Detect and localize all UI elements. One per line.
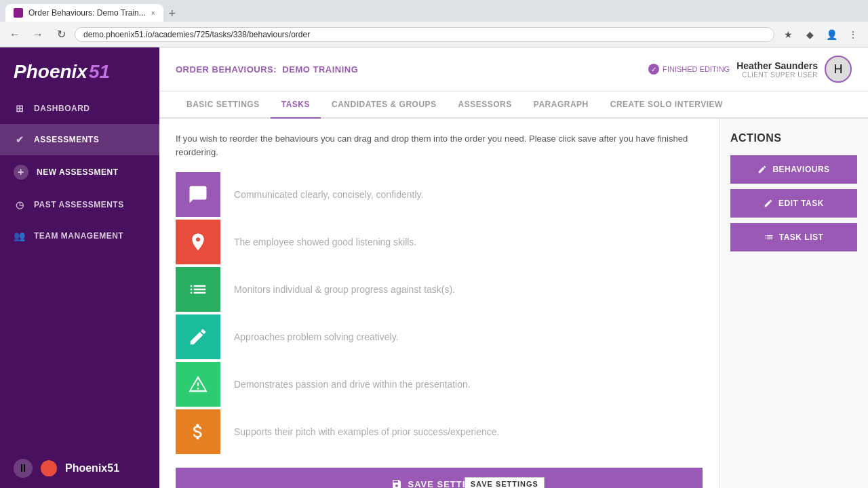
tab-assessors[interactable]: ASSESSORS [448, 92, 523, 119]
tab-create-solo-interview[interactable]: CREATE SOLO INTERVIEW [599, 92, 734, 119]
behaviour-item[interactable]: Supports their pitch with examples of pr… [176, 409, 703, 454]
behaviour-icon-list [176, 267, 220, 312]
record-button[interactable] [41, 460, 57, 476]
avatar-initials: H [834, 62, 843, 77]
behaviour-icon-chat [176, 172, 220, 217]
behaviour-icon-money [176, 409, 220, 454]
logo-51: 51 [89, 61, 110, 83]
behaviour-text-6: Supports their pitch with examples of pr… [220, 426, 513, 437]
tab-paragraph[interactable]: PARAGRAPH [523, 92, 599, 119]
behaviour-icon-pin [176, 220, 220, 264]
finished-editing-label[interactable]: FINISHED EDITING [648, 64, 730, 75]
user-info: FINISHED EDITING Heather Saunders CLIENT… [648, 56, 852, 83]
behaviour-item[interactable]: Approaches problem solving creatively. [176, 314, 703, 359]
plus-icon: + [14, 165, 28, 180]
user-full-name: Heather Saunders [736, 60, 818, 71]
behaviour-list: Communicated clearly, concisely, confide… [176, 172, 703, 454]
behaviour-text-4: Approaches problem solving creatively. [220, 331, 412, 342]
sidebar-item-team-management[interactable]: 👥 TEAM MANAGEMENT [0, 220, 159, 251]
extension-button[interactable]: ◆ [800, 25, 819, 44]
clock-icon: ◷ [14, 199, 26, 211]
main-header: ORDER BEHAVIOURS: DEMO TRAINING FINISHED… [159, 47, 868, 92]
main-content-area: ORDER BEHAVIOURS: DEMO TRAINING FINISHED… [159, 47, 868, 488]
user-name-block: Heather Saunders CLIENT SUPER USER [736, 60, 818, 79]
sidebar-item-assessments-label: ASSESSMENTS [34, 135, 99, 144]
save-tooltip: Save Settings [465, 477, 545, 488]
tab-basic-settings[interactable]: BASIC SETTINGS [176, 92, 271, 119]
user-role: CLIENT SUPER USER [736, 71, 818, 79]
sidebar-navigation: ⊞ DASHBOARD ✔ ASSESSMENTS + NEW ASSESSME… [0, 93, 159, 449]
sidebar-bottom-logo: Phoenix51 [65, 462, 119, 474]
tab-bar: BASIC SETTINGS TASKS CANDIDATES & GROUPS… [159, 92, 868, 119]
behaviour-text-1: Communicated clearly, concisely, confide… [220, 189, 437, 200]
task-list-button-label: TASK LIST [779, 232, 824, 242]
active-tab[interactable]: Order Behaviours: Demo Train... × [5, 4, 163, 22]
behaviour-text-3: Monitors individual & group progress aga… [220, 284, 469, 295]
behaviour-item[interactable]: Demonstrates passion and drive within th… [176, 362, 703, 407]
edit-task-button-label: EDIT TASK [778, 199, 824, 208]
tab-favicon [14, 8, 23, 18]
sidebar-item-new-assessment-label: NEW ASSESSMENT [37, 167, 119, 177]
behaviour-item[interactable]: The employee showed good listening skill… [176, 220, 703, 264]
sidebar-item-new-assessment[interactable]: + NEW ASSESSMENT [0, 155, 159, 189]
bookmark-button[interactable]: ★ [778, 25, 797, 44]
behaviours-button-label: BEHAVIOURS [772, 165, 829, 174]
main-content: If you wish to reorder the behaviours yo… [159, 119, 719, 488]
sidebar-item-past-assessments-label: PAST ASSESSMENTS [34, 200, 124, 209]
behaviour-icon-pencil [176, 314, 220, 359]
profile-button[interactable]: 👤 [822, 25, 841, 44]
behaviour-text-5: Demonstrates passion and drive within th… [220, 379, 484, 390]
behaviour-text-2: The employee showed good listening skill… [220, 237, 430, 247]
breadcrumb: ORDER BEHAVIOURS: DEMO TRAINING [176, 64, 358, 75]
tab-tasks[interactable]: TASKS [271, 92, 321, 119]
tab-close-button[interactable]: × [151, 9, 155, 17]
breadcrumb-value: DEMO TRAINING [282, 64, 358, 75]
breadcrumb-prefix: ORDER BEHAVIOURS: [176, 64, 277, 75]
behaviour-item[interactable]: Communicated clearly, concisely, confide… [176, 172, 703, 217]
save-bar: SAVE SETTINGS Save Settings [176, 468, 703, 488]
users-icon: 👥 [14, 230, 26, 242]
new-tab-button[interactable]: + [163, 7, 182, 21]
check-icon: ✔ [14, 134, 26, 146]
pause-button[interactable]: ⏸ [14, 459, 33, 478]
edit-task-button[interactable]: EDIT TASK [730, 189, 857, 218]
actions-title: ACTIONS [730, 132, 857, 144]
sidebar-item-past-assessments[interactable]: ◷ PAST ASSESSMENTS [0, 189, 159, 220]
forward-button[interactable]: → [28, 25, 47, 44]
task-list-button[interactable]: TASK LIST [730, 223, 857, 251]
save-settings-button[interactable]: SAVE SETTINGS Save Settings [176, 468, 703, 488]
back-button[interactable]: ← [5, 25, 24, 44]
sidebar-logo: Phoenix 51 [0, 47, 159, 93]
grid-icon: ⊞ [14, 102, 26, 115]
tab-title: Order Behaviours: Demo Train... [28, 8, 146, 18]
sidebar-item-assessments[interactable]: ✔ ASSESSMENTS [0, 124, 159, 155]
reload-button[interactable]: ↻ [52, 25, 71, 44]
sidebar-item-dashboard[interactable]: ⊞ DASHBOARD [0, 93, 159, 124]
sidebar-item-dashboard-label: DASHBOARD [34, 104, 90, 113]
tab-candidates-groups[interactable]: CANDIDATES & GROUPS [321, 92, 448, 119]
behaviour-icon-alert [176, 362, 220, 407]
address-bar[interactable]: demo.phoenix51.io/academies/725/tasks/33… [75, 27, 774, 42]
behaviours-button[interactable]: BEHAVIOURS [730, 155, 857, 184]
instruction-text: If you wish to reorder the behaviours yo… [176, 132, 703, 159]
menu-button[interactable]: ⋮ [844, 25, 863, 44]
sidebar: Phoenix 51 ⊞ DASHBOARD ✔ ASSESSMENTS + N… [0, 47, 159, 488]
right-panel: ACTIONS BEHAVIOURS EDIT TASK TASK LIST [719, 119, 868, 488]
sidebar-item-team-management-label: TEAM MANAGEMENT [34, 231, 123, 241]
url-text: demo.phoenix51.io/academies/725/tasks/33… [83, 30, 310, 39]
avatar[interactable]: H [825, 56, 852, 83]
sidebar-bottom: ⏸ Phoenix51 [0, 449, 159, 488]
logo-phoenix: Phoenix [14, 61, 87, 83]
behaviour-item[interactable]: Monitors individual & group progress aga… [176, 267, 703, 312]
content-area: If you wish to reorder the behaviours yo… [159, 119, 868, 488]
